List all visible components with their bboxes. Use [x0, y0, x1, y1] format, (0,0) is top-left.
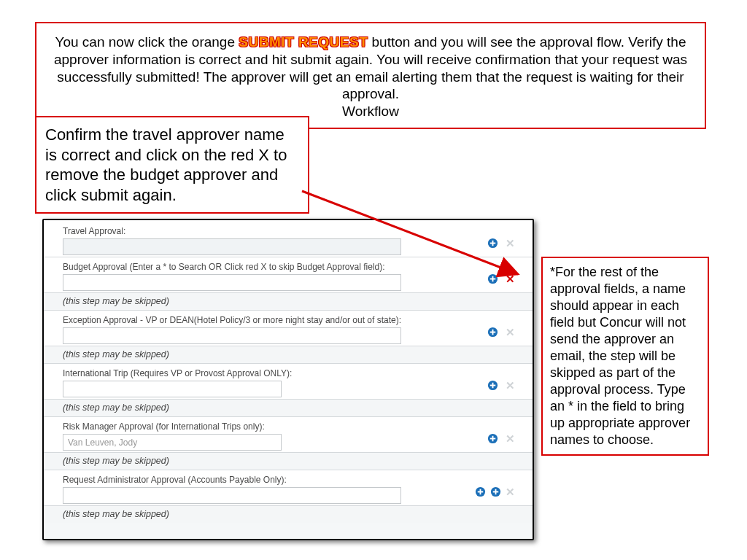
svg-rect-9 — [490, 332, 496, 333]
section-travel-approval: Travel Approval: ✕ — [44, 220, 533, 257]
label-request-admin: Request Administrator Approval (Accounts… — [63, 475, 525, 485]
add-approver-icon[interactable] — [487, 433, 498, 444]
remove-icon-disabled: ✕ — [506, 327, 515, 338]
add-approver-icon[interactable] — [487, 273, 498, 284]
input-international-trip[interactable] — [63, 381, 282, 397]
confirm-text: Confirm the travel approver name is corr… — [45, 125, 287, 204]
svg-rect-12 — [490, 385, 496, 386]
submit-request-emphasis: SUBMIT REQUEST — [239, 34, 368, 50]
section-international-trip: International Trip (Requires VP or Provo… — [44, 364, 533, 400]
input-budget-approval[interactable] — [63, 274, 401, 291]
remove-icon-disabled: ✕ — [506, 238, 515, 249]
add-approver-icon[interactable] — [487, 380, 498, 391]
section-budget-approval: Budget Approval (Enter a * to Search OR … — [44, 257, 533, 293]
add-approver-icon[interactable] — [487, 327, 498, 338]
label-budget-approval: Budget Approval (Enter a * to Search OR … — [63, 262, 525, 272]
instruction-top-box: You can now click the orange SUBMIT REQU… — [35, 22, 706, 129]
remove-icon-disabled: ✕ — [506, 380, 515, 391]
instruction-text-1: You can now click the orange — [55, 34, 239, 50]
remove-icon-disabled: ✕ — [506, 486, 515, 497]
label-risk-manager: Risk Manager Approval (for International… — [63, 421, 525, 432]
approval-flow-panel: Travel Approval: ✕ Budget Approval (Ente… — [42, 219, 534, 540]
skip-note-admin: (this step may be skipped) — [44, 506, 533, 523]
svg-rect-6 — [490, 279, 496, 280]
add-approver-icon[interactable] — [490, 486, 501, 497]
side-note-box: *For the rest of the approval fields, a … — [541, 257, 709, 456]
skip-note-exception: (this step may be skipped) — [44, 346, 533, 364]
section-request-admin: Request Administrator Approval (Accounts… — [44, 470, 533, 506]
label-exception-approval: Exception Approval - VP or DEAN(Hotel Po… — [63, 315, 525, 325]
skip-note-international: (this step may be skipped) — [44, 400, 533, 417]
svg-rect-18 — [478, 491, 484, 493]
confirm-callout-box: Confirm the travel approver name is corr… — [35, 116, 309, 214]
remove-icon[interactable]: ✕ — [506, 273, 515, 284]
side-note-text: *For the rest of the approval fields, a … — [550, 265, 690, 447]
add-approver-icon[interactable] — [475, 486, 486, 497]
section-exception-approval: Exception Approval - VP or DEAN(Hotel Po… — [44, 311, 533, 346]
remove-icon-disabled: ✕ — [506, 433, 515, 444]
input-exception-approval[interactable] — [63, 327, 401, 344]
input-request-admin[interactable] — [63, 487, 401, 504]
label-travel-approval: Travel Approval: — [63, 226, 525, 236]
skip-note-budget: (this step may be skipped) — [44, 293, 533, 311]
label-international-trip: International Trip (Requires VP or Provo… — [63, 368, 525, 378]
input-risk-manager[interactable] — [63, 434, 282, 451]
add-approver-icon[interactable] — [487, 238, 498, 249]
svg-rect-15 — [490, 438, 496, 440]
svg-rect-3 — [490, 243, 496, 244]
input-travel-approval[interactable] — [63, 238, 401, 255]
svg-rect-21 — [493, 491, 499, 493]
section-risk-manager: Risk Manager Approval (for International… — [44, 417, 533, 453]
skip-note-risk: (this step may be skipped) — [44, 453, 533, 470]
